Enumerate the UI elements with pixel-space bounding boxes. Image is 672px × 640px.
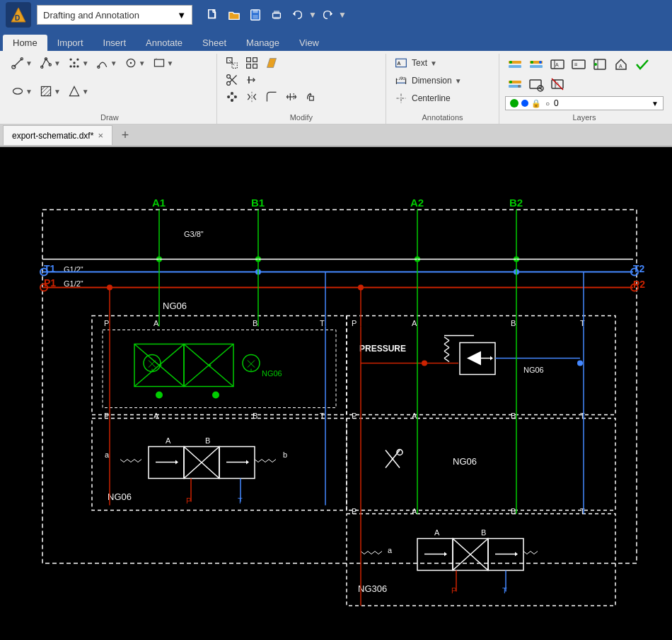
svg-rect-41: [253, 58, 257, 62]
svg-point-22: [69, 65, 71, 67]
fillet-tool[interactable]: [262, 89, 281, 105]
hatch-tool[interactable]: ▼: [37, 83, 64, 99]
svg-rect-10: [274, 17, 279, 20]
tab-home[interactable]: Home: [3, 35, 47, 51]
svg-text:T: T: [580, 412, 585, 420]
top-toolbar-icons: ▼ ▼: [204, 6, 347, 24]
save-icon[interactable]: [246, 6, 265, 24]
svg-text:A: A: [397, 60, 401, 66]
svg-point-21: [76, 58, 79, 60]
svg-point-135: [156, 392, 163, 399]
doc-tab-filename: export-schematic.dxf*: [12, 131, 93, 141]
dimension-button[interactable]: dim Dimension ▼: [392, 73, 493, 88]
tab-view[interactable]: View: [289, 35, 329, 51]
svg-text:P: P: [451, 586, 456, 595]
lbl-a-br: a: [388, 546, 393, 554]
lbl-T-L1: T: [320, 319, 325, 327]
text-button[interactable]: A Text ▼: [392, 55, 493, 71]
redo-dropdown[interactable]: ▼: [338, 10, 347, 20]
move-tool[interactable]: [223, 55, 241, 71]
layer-btn-6[interactable]: A: [611, 55, 631, 74]
svg-point-53: [234, 95, 237, 98]
extend-tool[interactable]: [243, 72, 261, 88]
svg-line-35: [47, 93, 51, 96]
lbl-P-L1: P: [104, 319, 109, 327]
svg-text:T: T: [502, 586, 507, 595]
rotate-tool[interactable]: [302, 89, 320, 105]
layer-btn-4[interactable]: ≡: [569, 55, 589, 74]
svg-text:D: D: [15, 14, 20, 22]
point-arr-tool[interactable]: [282, 89, 301, 105]
svg-text:B: B: [511, 412, 516, 420]
svg-text:A: A: [619, 64, 622, 69]
scissors-tool[interactable]: [223, 72, 241, 88]
dot-tool[interactable]: ▼: [65, 55, 92, 71]
label-NG306: NG306: [358, 583, 387, 594]
circle-tool[interactable]: ▼: [122, 55, 149, 71]
tab-sheet[interactable]: Sheet: [192, 35, 236, 51]
svg-point-87: [594, 63, 597, 66]
ellipse-tool[interactable]: ▼: [8, 83, 35, 99]
mirror-tool[interactable]: [243, 89, 261, 105]
triangle-tool[interactable]: ▼: [65, 83, 92, 99]
tab-import[interactable]: Import: [47, 35, 93, 51]
doc-tab-new-button[interactable]: +: [115, 125, 135, 145]
label-G38: G3/8": [184, 230, 204, 238]
tab-insert[interactable]: Insert: [93, 35, 137, 51]
erase-tool[interactable]: [262, 55, 281, 71]
svg-text:P: P: [104, 412, 109, 420]
svg-rect-43: [253, 64, 257, 69]
svg-text:A: A: [153, 412, 159, 420]
layer-btn-8[interactable]: A: [548, 75, 567, 93]
dimension-arrow[interactable]: ▼: [455, 77, 462, 85]
svg-text:P: P: [352, 319, 357, 327]
label-NG06-inner1: NG06: [262, 369, 282, 378]
doc-tab-schematic[interactable]: export-schematic.dxf* ×: [3, 125, 112, 145]
layer-btn-checkmark[interactable]: [632, 55, 652, 74]
layer-dropdown-arrow[interactable]: ▼: [651, 100, 659, 107]
svg-point-24: [73, 65, 75, 67]
array-tool[interactable]: [223, 89, 241, 105]
tab-annotate[interactable]: Annotate: [136, 35, 192, 51]
rect-tool[interactable]: ▼: [150, 55, 177, 71]
print-icon[interactable]: [267, 6, 286, 24]
arc-tool[interactable]: ▼: [93, 55, 120, 71]
layer-green-dot: [510, 99, 519, 107]
layer-btn-5[interactable]: [590, 55, 610, 74]
svg-rect-63: [309, 96, 313, 100]
dimension-label: Dimension: [412, 76, 452, 86]
polyline-tool[interactable]: ▼: [37, 55, 64, 71]
line-tool[interactable]: ▼: [8, 55, 35, 71]
undo-icon[interactable]: [289, 6, 307, 24]
layer-btn-2[interactable]: [526, 55, 546, 74]
svg-rect-9: [274, 11, 279, 14]
svg-text:T: T: [580, 319, 585, 327]
svg-text:B: B: [511, 507, 516, 516]
svg-text:P: P: [352, 507, 357, 516]
doc-tab-close-button[interactable]: ×: [98, 130, 103, 141]
svg-point-136: [212, 392, 219, 399]
centerline-label: Centerline: [412, 93, 451, 103]
layer-selector[interactable]: 🔒 ○ 0 ▼: [505, 96, 664, 110]
tab-manage[interactable]: Manage: [236, 35, 289, 51]
svg-rect-28: [154, 59, 163, 66]
layer-btn-7[interactable]: [505, 75, 525, 93]
undo-dropdown[interactable]: ▼: [308, 10, 317, 20]
redo-icon[interactable]: [318, 6, 337, 24]
new-file-icon[interactable]: [204, 6, 222, 24]
workspace-selector[interactable]: Drafting and Annotation ▼: [37, 5, 192, 25]
open-file-icon[interactable]: [225, 6, 243, 24]
centerline-button[interactable]: Centerline: [392, 91, 493, 106]
text-arrow[interactable]: ▼: [430, 59, 437, 67]
grid-tool[interactable]: [243, 55, 261, 71]
layer-btn-1[interactable]: [505, 55, 525, 74]
svg-text:dim: dim: [400, 76, 406, 80]
svg-point-92: [518, 85, 521, 88]
svg-point-27: [129, 62, 131, 64]
layer-btn-3[interactable]: A: [548, 55, 567, 74]
svg-text:A: A: [555, 62, 559, 67]
layer-btn-search[interactable]: [526, 75, 546, 93]
svg-point-20: [73, 62, 75, 64]
layer-blue-dot: [521, 100, 528, 107]
lbl-A-valve: A: [166, 436, 171, 445]
